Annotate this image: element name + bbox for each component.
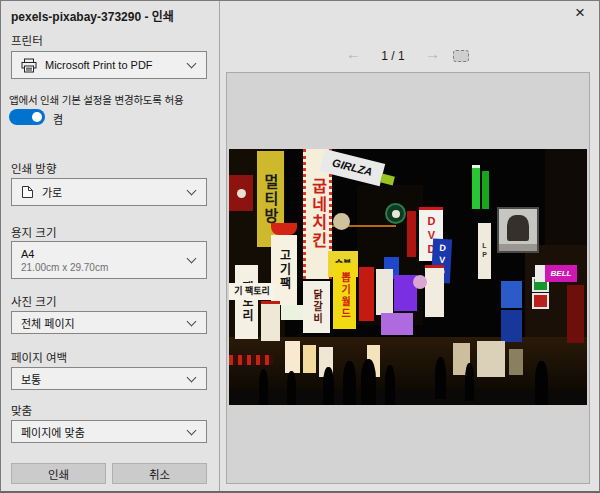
photo-sign-swoosh — [271, 223, 297, 235]
photo-menu-board — [509, 349, 523, 375]
toggle-knob — [32, 112, 42, 122]
fullscreen-icon[interactable] — [453, 50, 469, 62]
photo-person — [343, 361, 356, 405]
chevron-down-icon — [187, 59, 197, 69]
photo-person — [435, 357, 446, 399]
photo-billboard — [497, 207, 539, 253]
orientation-label: 인쇄 방향 — [11, 160, 57, 176]
photo-menu-board — [285, 341, 300, 373]
photo-menu-board — [303, 345, 316, 373]
photo-sign-violet — [381, 313, 413, 335]
photo-person — [361, 359, 376, 405]
panel-divider — [219, 1, 220, 491]
photo-size-select[interactable]: 전체 페이지 — [11, 311, 207, 334]
photo-sign-blue — [501, 281, 522, 308]
page-margin-value: 보통 — [21, 371, 41, 387]
photo-road — [229, 389, 587, 405]
photo-person — [323, 367, 334, 405]
photo-sign-circle — [413, 275, 427, 289]
page-indicator: 1 / 1 — [373, 49, 413, 63]
printer-label: 프린터 — [11, 32, 43, 48]
fit-value: 페이지에 맞춤 — [21, 424, 85, 440]
paper-size-label: 용지 크기 — [11, 224, 57, 240]
paper-size-detail: 21.00cm x 29.70cm — [21, 262, 108, 273]
fit-label: 맞춤 — [11, 402, 32, 418]
photo-sign-red-vert — [407, 211, 416, 257]
photo-sign-blue — [501, 310, 522, 342]
photo-neon-green — [472, 165, 480, 209]
photo-person — [535, 361, 548, 405]
starbucks-siren — [392, 210, 400, 218]
photo-size-value: 전체 페이지 — [21, 315, 75, 331]
photo-person — [287, 371, 296, 405]
printer-select[interactable]: Microsoft Print to PDF — [11, 51, 207, 79]
photo-sign-red-tile — [532, 293, 549, 309]
photo-menu-board — [477, 341, 505, 377]
page-margin-label: 페이지 여백 — [11, 349, 67, 365]
photo-sign-white — [261, 301, 280, 341]
photo-sign-bell: BELL — [545, 265, 577, 282]
orientation-select[interactable]: 가로 — [11, 178, 207, 206]
photo-sign-factory-vert: 팩토리 — [235, 265, 258, 339]
next-page-icon[interactable]: → — [425, 45, 440, 62]
print-dialog: pexels-pixabay-373290 - 인쇄 × 프린터 Microso… — [0, 0, 600, 493]
cancel-button[interactable]: 취소 — [112, 463, 207, 484]
photo-sign-accent — [380, 174, 395, 186]
dialog-title: pexels-pixabay-373290 - 인쇄 — [11, 7, 174, 24]
printer-icon — [21, 58, 37, 73]
photo-sign-ppopgi: 뽑기월드 — [333, 263, 356, 329]
orientation-value: 가로 — [42, 184, 62, 200]
close-icon[interactable]: × — [570, 3, 590, 23]
photo-sign-lp: LP — [478, 223, 491, 279]
chevron-down-icon — [187, 425, 197, 435]
photo-person — [385, 365, 395, 405]
photo-sign-white — [425, 265, 444, 317]
photo-sign-factory-horiz: 기 팩토리 — [229, 283, 275, 300]
starbucks-logo — [385, 203, 406, 224]
photo-sign-white — [535, 265, 545, 282]
photo-sign-dakgalbi: 닭갈비 — [303, 281, 330, 333]
photo-lanterns — [229, 355, 273, 365]
fit-select[interactable]: 페이지에 맞춤 — [11, 420, 207, 443]
photo-person — [465, 363, 474, 401]
photo-size-label: 사진 크기 — [11, 293, 57, 309]
photo-sign-dot — [237, 189, 246, 198]
photo-sign-red-vert — [359, 267, 374, 321]
chevron-down-icon — [187, 186, 197, 196]
chevron-down-icon — [187, 372, 197, 382]
print-button[interactable]: 인쇄 — [11, 463, 106, 484]
billboard-figure — [507, 215, 529, 241]
photo-sign-darkred — [567, 285, 584, 343]
preview-photo: 멀티방 굽네치킨 GIRLZA 고기팩 숯불 DVD DVD LP 팩토리 기 … — [229, 149, 587, 405]
chevron-down-icon — [187, 316, 197, 326]
paper-size-select[interactable]: A4 21.00cm x 29.70cm — [11, 241, 207, 279]
paper-size-value: A4 — [21, 248, 34, 260]
prev-page-icon[interactable]: ← — [346, 45, 361, 62]
allow-app-text: 앱에서 인쇄 기본 설정을 변경하도록 허용 — [9, 92, 215, 107]
page-margin-select[interactable]: 보통 — [11, 367, 207, 390]
allow-app-toggle[interactable] — [9, 109, 45, 125]
photo-sign-white — [376, 269, 393, 315]
printer-value: Microsoft Print to PDF — [45, 59, 153, 71]
photo-neon-green — [482, 171, 489, 209]
toggle-state-label: 켬 — [53, 111, 63, 127]
photo-person — [259, 369, 268, 405]
billboard-caption — [499, 244, 537, 251]
preview-viewport: 멀티방 굽네치킨 GIRLZA 고기팩 숯불 DVD DVD LP 팩토리 기 … — [226, 72, 590, 484]
photo-sign-red — [229, 175, 253, 211]
page-icon — [21, 185, 34, 199]
photo-sign-circle — [333, 213, 350, 230]
chevron-down-icon — [187, 254, 197, 264]
